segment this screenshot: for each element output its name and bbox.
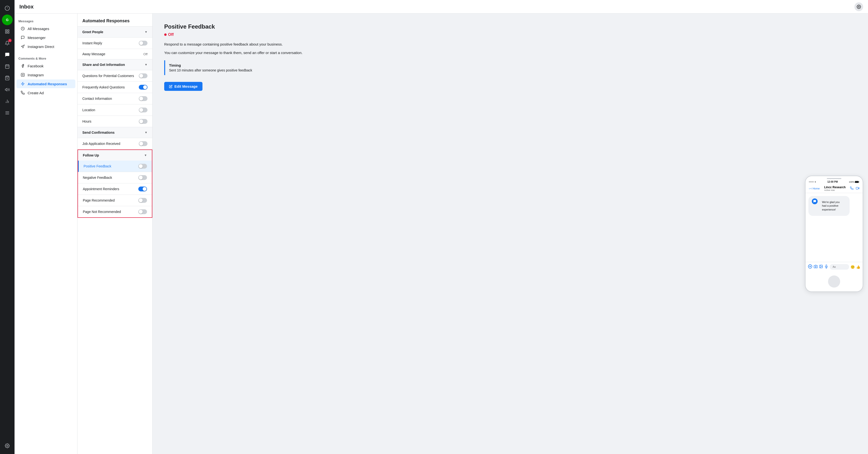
contact-info-toggle[interactable] [139,96,148,101]
svg-point-19 [7,445,8,447]
appointment-reminders-toggle[interactable] [138,186,147,191]
negative-feedback-label: Negative Feedback [83,176,112,180]
sidebar-item-automated-responses[interactable]: Automated Responses [17,80,75,88]
svg-rect-27 [859,181,859,182]
share-get-info-section[interactable]: Share and Get Information ▼ [78,59,152,70]
sidebar-icon-notification[interactable]: 1 [2,38,12,49]
appointment-reminders-row[interactable]: Appointment Reminders [78,183,152,195]
page-not-recommended-toggle[interactable] [138,209,147,214]
phone-nav-bar: ‹ < Home Lincc Research Active now [806,184,863,193]
svg-rect-23 [21,73,24,76]
sidebar-icon-calendar[interactable] [2,61,12,72]
all-messages-icon [20,26,25,31]
page-recommended-toggle[interactable] [138,198,147,203]
phone-add-icon[interactable] [808,264,812,270]
faq-label: Frequently Asked Questions [82,85,125,89]
hours-toggle[interactable] [139,119,148,124]
svg-rect-7 [6,65,9,68]
contact-info-row[interactable]: Contact Information [78,93,152,104]
right-panel: Positive Feedback Off Respond to a messa… [153,13,868,454]
negative-feedback-toggle[interactable] [138,175,147,180]
send-confirmations-section[interactable]: Send Confirmations ▼ [78,127,152,138]
sidebar-icon-avatar[interactable]: G [2,14,12,25]
content-area: Messages All Messages Messenger I [14,13,868,454]
job-application-label: Job Application Received [82,142,120,146]
sidebar-icon-settings[interactable] [2,441,12,451]
page-recommended-row[interactable]: Page Recommended [78,195,152,206]
phone-message-bubble: We're glad you had a positive experience… [808,196,849,216]
phone-record-button[interactable] [828,275,840,287]
sidebar-item-instagram[interactable]: Instagram [17,70,75,79]
sidebar-icon-home[interactable] [2,3,12,13]
phone-sender-avatar [812,199,817,204]
greet-people-section[interactable]: Greet People ▼ [78,27,152,37]
svg-rect-6 [8,32,9,33]
phone-back-button[interactable]: ‹ < Home [809,187,820,190]
page-not-recommended-row[interactable]: Page Not Recommended [78,206,152,217]
instant-reply-label: Instant Reply [82,41,102,45]
phone-mic-icon[interactable] [825,265,828,269]
instant-reply-toggle[interactable] [139,41,148,46]
positive-feedback-row[interactable]: Positive Feedback [78,161,152,172]
page-recommended-label: Page Recommended [83,199,115,202]
instant-reply-row[interactable]: Instant Reply [78,37,152,49]
comments-section-label: Comments & More [14,55,77,61]
instagram-label: Instagram [28,73,44,77]
phone-preview: ••••• ▾ 12:00 PM 100% ‹ < Home [800,13,868,454]
sidebar-item-facebook[interactable]: Facebook [17,62,75,70]
facebook-icon [20,63,25,68]
svg-marker-28 [858,187,859,189]
location-row[interactable]: Location [78,104,152,116]
sidebar-icon-megaphone[interactable] [2,84,12,95]
positive-feedback-toggle[interactable] [138,164,147,169]
phone-nav-icons [850,186,859,191]
notification-badge: 1 [8,39,11,42]
greet-people-label: Greet People [82,30,103,34]
follow-up-arrow: ▼ [144,154,147,157]
sidebar-item-messenger[interactable]: Messenger [17,33,75,42]
sidebar-item-all-messages[interactable]: All Messages [17,24,75,33]
phone-input-bar: Aa 🙂 👍 [806,262,863,272]
status-dot [164,33,166,36]
follow-up-section[interactable]: Follow Up ▼ [78,150,152,161]
phone-video-icon[interactable] [856,186,859,191]
sidebar-icon-grid[interactable] [2,26,12,37]
phone-nav-title: Lincc Research Active now [824,186,846,191]
info-description-2: You can customize your message to thank … [164,50,788,56]
info-description-1: Respond to a message containing positive… [164,42,788,47]
sidebar-item-create-ad[interactable]: Create Ad [17,88,75,97]
settings-gear-button[interactable] [855,2,863,11]
job-application-toggle[interactable] [139,141,148,146]
away-message-row[interactable]: Away Message Off [78,49,152,59]
phone-like-icon[interactable]: 👍 [856,265,860,269]
phone-call-icon[interactable] [850,186,854,191]
page-not-recommended-label: Page Not Recommended [83,210,121,214]
job-application-row[interactable]: Job Application Received [78,138,152,149]
hours-row[interactable]: Hours [78,116,152,127]
phone-messages: We're glad you had a positive experience… [806,193,863,262]
svg-rect-3 [6,30,7,31]
questions-potential-toggle[interactable] [139,73,148,78]
sidebar-icon-messages[interactable] [2,50,12,60]
negative-feedback-row[interactable]: Negative Feedback [78,172,152,183]
faq-toggle[interactable] [139,85,148,90]
phone-text-input[interactable]: Aa [830,264,849,270]
sidebar-icon-shop[interactable] [2,73,12,83]
sidebar-item-instagram-direct[interactable]: Instagram Direct [17,42,75,51]
phone-gallery-icon[interactable] [819,265,823,269]
icon-bar: G 1 [0,0,14,454]
svg-marker-22 [21,45,25,48]
location-toggle[interactable] [139,108,148,113]
sidebar-icon-chart[interactable] [2,96,12,107]
sidebar-icon-menu[interactable] [2,108,12,118]
faq-row[interactable]: Frequently Asked Questions [78,82,152,93]
messages-section-label: Messages [14,18,77,24]
phone-emoji-icon[interactable]: 🙂 [850,265,855,269]
phone-camera-icon[interactable] [814,265,817,269]
edit-message-button[interactable]: Edit Message [164,82,203,91]
questions-potential-row[interactable]: Questions for Potential Customers [78,70,152,82]
contact-info-label: Contact Information [82,97,112,100]
phone-status-bar: ••••• ▾ 12:00 PM 100% [806,180,863,184]
greet-people-arrow: ▼ [145,30,148,34]
timing-box: Timing Sent 10 minutes after someone giv… [164,60,788,75]
